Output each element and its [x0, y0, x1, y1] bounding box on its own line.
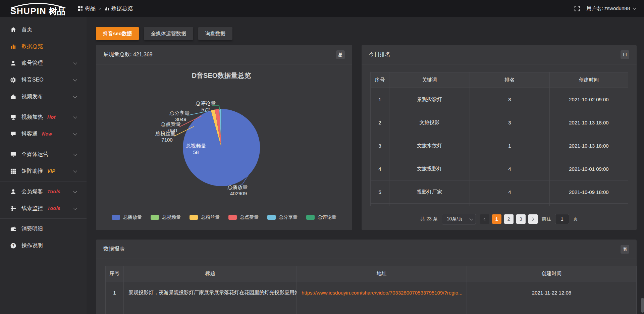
- tab-omnimedia-data[interactable]: 全媒体运营数据: [144, 27, 193, 40]
- legend-item[interactable]: 总视频量: [151, 214, 181, 220]
- legend-label: 总播放量: [123, 214, 142, 220]
- chevron-down-icon: [73, 94, 77, 98]
- tools-badge: Tools: [47, 206, 60, 211]
- sidebar-item-data-overview[interactable]: 数据总览: [0, 38, 87, 55]
- sidebar-item-label: 抖音SEO: [21, 76, 44, 84]
- table-row-partial: [106, 304, 637, 314]
- tab-inquiry-data[interactable]: 询盘数据: [198, 27, 232, 40]
- pager-group: 1 2 3: [480, 214, 538, 224]
- col-header: 关键词: [389, 72, 470, 88]
- sidebar-item-douyin-seo[interactable]: 抖音SEO: [0, 71, 87, 88]
- sidebar-item-douketong[interactable]: 抖客通 New: [0, 125, 87, 142]
- chat-icon: [10, 130, 17, 137]
- pie-value-fans: 7100: [161, 137, 172, 143]
- logo: SHUPIN 树品: [0, 1, 78, 16]
- sidebar: 首页 数据总览 账号管理 抖音SEO 视频发布: [0, 17, 87, 314]
- fullscreen-icon[interactable]: [574, 6, 580, 11]
- cell-created: 2021-10-02 09:00: [550, 88, 628, 111]
- pie-label-videos: 总视频量: [185, 143, 206, 149]
- chevron-down-icon: [73, 169, 77, 172]
- report-table: 序号 标题 地址 创建时间 1 景观投影灯，夜游景观投影灯厂家展示展示落花灯在花…: [105, 266, 637, 314]
- cell-keyword: 景观投影灯: [389, 88, 470, 111]
- tab-douyin-seo-data[interactable]: 抖音seo数据: [96, 27, 139, 40]
- cell-created: 2021-10-01 09:00: [550, 157, 628, 180]
- rank-card-header: 今日排名 日: [362, 45, 637, 64]
- pagination: 共 23 条 10条/页 1 2 3 前往 页: [362, 214, 637, 224]
- sidebar-item-label: 操作说明: [21, 242, 43, 249]
- legend-item[interactable]: 总粉丝量: [190, 214, 220, 220]
- cell-rank: 1: [470, 134, 550, 157]
- page-size-select[interactable]: 10条/页: [442, 214, 476, 224]
- cell-created: 2021-10-13 18:00: [550, 134, 628, 157]
- logo-text-en: SHUPIN: [10, 6, 46, 16]
- breadcrumb-item-home[interactable]: 树品: [78, 5, 96, 12]
- legend-item[interactable]: 总评论量: [306, 214, 336, 220]
- chevron-down-icon: [73, 189, 77, 193]
- sidebar-item-home[interactable]: 首页: [0, 21, 87, 38]
- legend-item[interactable]: 总点赞量: [228, 214, 259, 220]
- new-badge: New: [42, 131, 52, 137]
- legend-swatch: [267, 215, 276, 220]
- next-page-button[interactable]: [528, 214, 538, 224]
- top-bar: SHUPIN 树品 树品 > 数据总览 用户名: zswodun8: [0, 0, 644, 17]
- legend-item[interactable]: 总播放量: [112, 214, 142, 220]
- sidebar-item-matrix-boost[interactable]: 矩阵助推 VIP: [0, 163, 87, 179]
- chevron-right-icon: [531, 217, 534, 221]
- grid-icon: [78, 6, 83, 11]
- main-content: 抖音seo数据 全媒体运营数据 询盘数据 展现量总数: 421,369 总 D音…: [87, 17, 644, 314]
- chevron-down-icon: [73, 152, 77, 156]
- breadcrumb-item-current[interactable]: 数据总览: [104, 5, 133, 12]
- sidebar-item-video-publish[interactable]: 视频发布: [0, 88, 87, 105]
- legend-label: 总分享量: [279, 214, 298, 220]
- table-row: 1 景观投影灯 3 2021-10-02 09:00: [371, 88, 628, 111]
- sidebar-item-label: 账号管理: [21, 60, 43, 67]
- chevron-left-icon: [483, 217, 487, 221]
- sidebar-item-label: 线索监控: [21, 205, 43, 212]
- impressions-label: 展现量总数:: [103, 51, 131, 58]
- pie-label-likes: 总点赞量: [160, 121, 181, 127]
- legend-item[interactable]: 总分享量: [267, 214, 298, 220]
- overview-card-header: 展现量总数: 421,369 总: [96, 45, 352, 64]
- sidebar-item-omnimedia[interactable]: 全媒体运营: [0, 146, 87, 163]
- sidebar-divider: [0, 144, 87, 144]
- table-row: 2 文旅投影 3 2021-10-13 18:00: [371, 111, 628, 134]
- seo-pie-chart: D音SEO数据量总览 总评论量 572 总分享量 3049 总点赞量 7681 …: [96, 64, 352, 200]
- legend-swatch: [112, 215, 120, 220]
- rank-table: 序号 关键词 排名 创建时间 1 景观投影灯 3 2021-10-02 09:0…: [370, 72, 628, 206]
- day-badge-button[interactable]: 日: [621, 50, 629, 59]
- table-row: 4 文旅投影灯 4 2021-10-01 09:00: [371, 157, 628, 180]
- col-header: 序号: [106, 266, 124, 281]
- user-menu[interactable]: 用户名: zswodun88: [587, 5, 635, 12]
- today-rank-card: 今日排名 日 序号 关键词 排名 创建时间 1 景观投影灯 3 2021-10-…: [362, 45, 637, 230]
- pie-label-fans: 总粉丝量: [155, 130, 175, 136]
- prev-page-button[interactable]: [480, 214, 489, 224]
- report-table-wrap: 序号 标题 地址 创建时间 1 景观投影灯，夜游景观投影灯厂家展示展示落花灯在花…: [105, 266, 627, 314]
- tab-bar: 抖音seo数据 全媒体运营数据 询盘数据: [96, 27, 232, 40]
- page-button-1[interactable]: 1: [492, 214, 501, 224]
- seo-overview-card: 展现量总数: 421,369 总 D音SEO数据量总览 总评论量 572 总分享…: [96, 45, 352, 230]
- sidebar-item-label: 数据总览: [21, 43, 43, 50]
- table-badge-button[interactable]: 表: [621, 245, 629, 254]
- sidebar-item-accounts[interactable]: 账号管理: [0, 55, 87, 71]
- sidebar-item-consumption[interactable]: 消费明细: [0, 220, 87, 237]
- sidebar-item-member-tools[interactable]: 会员爆客 Tools: [0, 183, 87, 200]
- page-size-value: 10条/页: [447, 216, 463, 222]
- rank-table-wrap: 序号 关键词 排名 创建时间 1 景观投影灯 3 2021-10-02 09:0…: [370, 72, 628, 206]
- col-header: 标题: [124, 266, 297, 281]
- sidebar-item-video-heat[interactable]: 视频加热 Hot: [0, 109, 87, 125]
- sidebar-item-help[interactable]: ? 操作说明: [0, 237, 87, 254]
- cell-keyword: 文旅水纹灯: [389, 134, 470, 157]
- breadcrumb-label: 树品: [85, 5, 96, 12]
- pie-value-plays: 402909: [230, 191, 247, 196]
- page-button-2[interactable]: 2: [504, 214, 514, 224]
- tools-badge: Tools: [47, 189, 60, 194]
- video-url-link[interactable]: https://www.iesdouyin.com/share/video/70…: [302, 290, 463, 296]
- scrollbar-thumb[interactable]: [641, 298, 644, 313]
- sidebar-item-lead-monitor[interactable]: 线索监控 Tools: [0, 200, 87, 217]
- table-header-row: 序号 标题 地址 创建时间: [106, 266, 637, 281]
- page-button-3[interactable]: 3: [516, 214, 526, 224]
- goto-page-input[interactable]: [555, 214, 569, 224]
- hot-badge: Hot: [47, 114, 56, 120]
- table-row-partial: [371, 204, 628, 206]
- total-badge-button[interactable]: 总: [336, 50, 345, 59]
